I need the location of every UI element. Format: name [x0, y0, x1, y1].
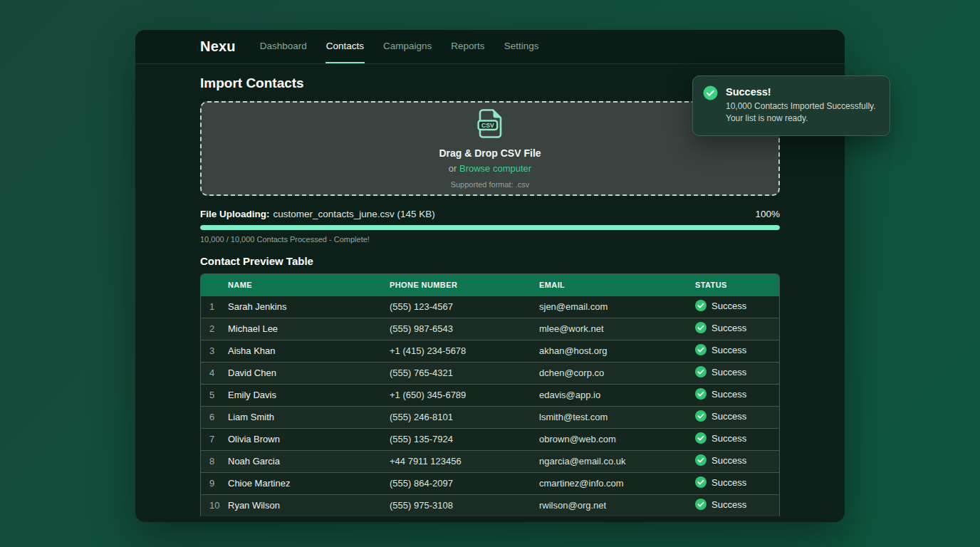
contact-phone: (555) 864-2097 — [390, 472, 539, 494]
row-number: 1 — [201, 296, 228, 318]
status-badge: Success — [695, 388, 746, 400]
upload-file-info: File Uploading:customer_contacts_june.cs… — [200, 209, 435, 219]
contact-email: edavis@app.io — [539, 384, 695, 406]
check-circle-icon — [695, 366, 707, 377]
contact-phone: (555) 135-7924 — [390, 428, 539, 450]
nav-item-campaigns[interactable]: Campaigns — [382, 30, 432, 63]
col-header-phone: PHONE NUMBER — [390, 274, 539, 296]
contact-phone: +1 (650) 345-6789 — [390, 384, 539, 406]
status-label: Success — [711, 499, 746, 510]
col-header-status: STATUS — [695, 274, 779, 296]
contact-email: akhan@host.org — [539, 340, 695, 362]
status-badge: Success — [695, 454, 746, 466]
success-toast: Success! 10,000 Contacts Imported Succes… — [692, 75, 890, 136]
col-header-name: NAME — [228, 274, 390, 296]
csv-icon-label: CSV — [481, 122, 494, 129]
upload-label: File Uploading: — [200, 209, 270, 219]
status-label: Success — [711, 301, 746, 311]
status-badge: Success — [695, 410, 746, 422]
contact-name: Olivia Brown — [228, 428, 390, 450]
contact-phone: (555) 975-3108 — [390, 494, 539, 516]
dropzone-heading: Drag & Drop CSV File — [439, 147, 541, 159]
check-circle-icon — [695, 300, 707, 311]
contact-email: rwilson@org.net — [539, 494, 695, 516]
row-number: 6 — [201, 406, 228, 428]
brand-logo[interactable]: Nexu — [200, 38, 236, 55]
table-row: 8 Noah Garcia +44 7911 123456 ngarcia@em… — [201, 450, 779, 472]
contact-name: Ryan Wilson — [228, 494, 390, 516]
check-circle-icon — [695, 322, 707, 333]
table-header-row: NAME PHONE NUMBER EMAIL STATUS — [201, 274, 779, 296]
nav-item-settings[interactable]: Settings — [504, 30, 540, 63]
contact-name: Liam Smith — [228, 406, 390, 428]
contact-phone: (555) 246-8101 — [390, 406, 539, 428]
status-badge: Success — [695, 344, 746, 355]
status-badge: Success — [695, 322, 746, 333]
upload-progress-fill — [200, 225, 780, 230]
status-label: Success — [711, 345, 746, 355]
contact-preview-table: NAME PHONE NUMBER EMAIL STATUS 1 Sarah J… — [200, 274, 780, 516]
nav-item-dashboard[interactable]: Dashboard — [259, 30, 308, 63]
contact-name: Emily Davis — [228, 384, 390, 406]
check-circle-icon — [695, 454, 707, 466]
top-nav: Nexu Dashboard Contacts Campaigns Report… — [135, 30, 845, 64]
col-header-email: EMAIL — [539, 274, 695, 296]
status-label: Success — [711, 389, 746, 400]
row-number: 3 — [201, 340, 228, 362]
table-row: 4 David Chen (555) 765-4321 dchen@corp.c… — [201, 362, 779, 384]
csv-file-icon: CSV — [477, 108, 503, 141]
contact-email: mlee@work.net — [539, 318, 695, 340]
contact-phone: +1 (415) 234-5678 — [390, 340, 539, 362]
status-label: Success — [711, 323, 746, 333]
status-badge: Success — [695, 432, 746, 444]
contact-email: lsmith@test.com — [539, 406, 695, 428]
or-text: or — [449, 163, 459, 174]
contact-name: Noah Garcia — [228, 450, 390, 472]
contact-phone: (555) 987-6543 — [390, 318, 539, 340]
processed-status-text: 10,000 / 10,000 Contacts Processed - Com… — [200, 235, 780, 244]
toast-title: Success! — [726, 86, 876, 98]
status-label: Success — [711, 433, 746, 444]
row-number: 5 — [201, 384, 228, 406]
row-number: 4 — [201, 362, 228, 384]
status-label: Success — [711, 367, 746, 377]
row-number: 8 — [201, 450, 228, 472]
contact-phone: +44 7911 123456 — [390, 450, 539, 472]
contact-name: Sarah Jenkins — [228, 296, 390, 318]
contact-name: Michael Lee — [228, 318, 390, 340]
status-badge: Success — [695, 499, 746, 510]
status-label: Success — [711, 477, 746, 488]
toast-content: Success! 10,000 Contacts Imported Succes… — [726, 85, 876, 125]
check-circle-icon — [695, 344, 707, 355]
table-row: 7 Olivia Brown (555) 135-7924 obrown@web… — [201, 428, 779, 450]
browse-computer-link[interactable]: Browse computer — [459, 163, 531, 174]
status-badge: Success — [695, 300, 746, 311]
toast-line1: 10,000 Contacts Imported Successfully. — [726, 101, 876, 111]
table-row: 9 Chioe Martinez (555) 864-2097 cmartine… — [201, 472, 779, 494]
contact-email: sjen@email.com — [539, 296, 695, 318]
contact-table-body: 1 Sarah Jenkins (555) 123-4567 sjen@emai… — [201, 296, 779, 516]
contact-phone: (555) 765-4321 — [390, 362, 539, 384]
contact-email: dchen@corp.co — [539, 362, 695, 384]
nav-item-contacts[interactable]: Contacts — [325, 30, 365, 63]
dropzone-or-line: or Browse computer — [449, 163, 531, 174]
status-label: Success — [711, 455, 746, 466]
row-number: 2 — [201, 318, 228, 340]
import-contacts-page: Import Contacts CSV Drag & Drop CSV File… — [135, 75, 845, 516]
check-circle-icon — [695, 476, 707, 488]
check-circle-icon — [695, 432, 707, 444]
contact-email: cmartinez@info.com — [539, 472, 695, 494]
upload-progress-bar — [200, 225, 780, 230]
toast-line2: Your list is now ready. — [726, 113, 808, 123]
toast-message: 10,000 Contacts Imported Successfully. Y… — [726, 100, 876, 125]
contact-phone: (555) 123-4567 — [390, 296, 539, 318]
upload-filename: customer_contacts_june.csv (145 KB) — [273, 209, 435, 219]
table-row: 6 Liam Smith (555) 246-8101 lsmith@test.… — [201, 406, 779, 428]
table-row: 5 Emily Davis +1 (650) 345-6789 edavis@a… — [201, 384, 779, 406]
check-circle-icon — [695, 388, 707, 400]
contact-name: Aisha Khan — [228, 340, 390, 362]
upload-percent: 100% — [755, 209, 780, 219]
contact-email: ngarcia@email.co.uk — [539, 450, 695, 472]
table-row: 2 Michael Lee (555) 987-6543 mlee@work.n… — [201, 318, 779, 340]
nav-item-reports[interactable]: Reports — [450, 30, 485, 63]
